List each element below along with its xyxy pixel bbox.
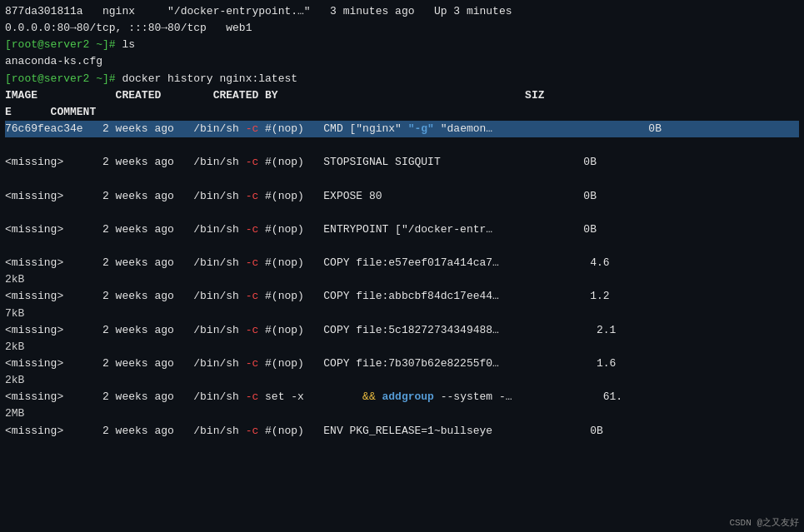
col-system: --system -… 61. bbox=[434, 390, 622, 403]
col-nop-1: #(nop) STOPSIGNAL SIGQUIT 0B bbox=[258, 156, 597, 168]
col-nop-3: #(nop) ENTRYPOINT ["/docker-entr… 0B bbox=[258, 223, 597, 236]
cmd-docker: docker history nginx:latest bbox=[122, 72, 297, 85]
col-missing-1: <missing> 2 weeks ago /bin/sh bbox=[5, 156, 246, 168]
col-missing-3: <missing> 2 weeks ago /bin/sh bbox=[5, 223, 246, 236]
line-row-copy4-size: 2kB bbox=[5, 372, 799, 389]
col-addgroup-cmd: addgroup bbox=[382, 390, 434, 403]
line-row-set: <missing> 2 weeks ago /bin/sh -c set -x … bbox=[5, 389, 799, 405]
prompt-ls: [root@server2 ~]# bbox=[5, 38, 122, 51]
col-nop-4: #(nop) COPY file:e57eef017a414ca7… 4.6 bbox=[258, 256, 609, 269]
line-row-copy4: <missing> 2 weeks ago /bin/sh -c #(nop) … bbox=[5, 355, 799, 372]
col-c-6: -c bbox=[246, 324, 259, 336]
cmd-ls: ls bbox=[122, 38, 135, 51]
line-container-info: 877da301811a nginx "/docker-entrypoint.…… bbox=[5, 3, 799, 20]
col-missing-6: <missing> 2 weeks ago /bin/sh bbox=[5, 324, 246, 336]
col-set: set -x bbox=[258, 390, 362, 403]
line-row-expose-blank bbox=[5, 205, 799, 221]
col-g-flag: "-g" bbox=[408, 122, 434, 135]
col-missing-7: <missing> 2 weeks ago /bin/sh bbox=[5, 357, 246, 370]
watermark: CSDN @之又友好 bbox=[729, 516, 799, 529]
col-nop-7: #(nop) COPY file:7b307b62e82255f0… 1.6 bbox=[258, 357, 616, 370]
line-row-expose: <missing> 2 weeks ago /bin/sh -c #(nop) … bbox=[5, 188, 799, 205]
line-row-copy2: <missing> 2 weeks ago /bin/sh -c #(nop) … bbox=[5, 288, 799, 305]
line-row-entrypoint-blank bbox=[5, 238, 799, 255]
col-missing-9: <missing> 2 weeks ago /bin/sh bbox=[5, 425, 246, 437]
line-port-mapping: 0.0.0.0:80→80/tcp, :::80→80/tcp web1 bbox=[5, 20, 799, 37]
line-ls-output: anaconda-ks.cfg bbox=[5, 53, 799, 70]
col-c-9: -c bbox=[246, 425, 259, 437]
col-nop-highlight: #(nop) bbox=[258, 122, 323, 135]
line-row-copy1-size: 2kB bbox=[5, 271, 799, 288]
col-missing-8: <missing> 2 weeks ago /bin/sh bbox=[5, 390, 246, 403]
col-nop-6: #(nop) COPY file:5c18272734349488… 2.1 bbox=[258, 324, 616, 336]
col-cmd-highlight: CMD ["nginx" bbox=[323, 122, 407, 135]
line-row-entrypoint: <missing> 2 weeks ago /bin/sh -c #(nop) … bbox=[5, 221, 799, 238]
line-row-highlight-blank bbox=[5, 137, 799, 154]
line-row-copy3: <missing> 2 weeks ago /bin/sh -c #(nop) … bbox=[5, 322, 799, 339]
col-c-3: -c bbox=[246, 223, 259, 236]
col-c-2: -c bbox=[246, 190, 259, 202]
col-c-7: -c bbox=[246, 357, 259, 370]
terminal-window: 877da301811a nginx "/docker-entrypoint.…… bbox=[0, 0, 804, 532]
col-c-5: -c bbox=[246, 290, 259, 302]
line-row-copy3-size: 2kB bbox=[5, 339, 799, 355]
col-image-highlight: 76c69feac34e 2 weeks ago /bin/sh bbox=[5, 122, 246, 135]
col-daemon: "daemon… 0B bbox=[434, 122, 662, 135]
line-row-copy2-size: 7kB bbox=[5, 306, 799, 322]
col-nop-2: #(nop) EXPOSE 80 0B bbox=[258, 190, 597, 202]
col-missing-5: <missing> 2 weeks ago /bin/sh bbox=[5, 290, 246, 302]
line-row-stopsignal: <missing> 2 weeks ago /bin/sh -c #(nop) … bbox=[5, 154, 799, 171]
col-nop-9: #(nop) ENV PKG_RELEASE=1~bullseye 0B bbox=[258, 425, 602, 437]
line-header2: E COMMENT bbox=[5, 104, 799, 121]
line-row-highlight: 76c69feac34e 2 weeks ago /bin/sh -c #(no… bbox=[5, 121, 799, 137]
line-row-set-size: 2MB bbox=[5, 405, 799, 422]
col-c-flag-highlight: -c bbox=[246, 122, 259, 135]
col-amp: && bbox=[362, 390, 376, 403]
col-missing-2: <missing> 2 weeks ago /bin/sh bbox=[5, 190, 246, 202]
line-row-copy1: <missing> 2 weeks ago /bin/sh -c #(nop) … bbox=[5, 255, 799, 271]
col-missing-4: <missing> 2 weeks ago /bin/sh bbox=[5, 256, 246, 269]
col-c-8: -c bbox=[246, 390, 259, 403]
prompt-docker: [root@server2 ~]# bbox=[5, 72, 122, 85]
line-row-stopsignal-blank bbox=[5, 171, 799, 187]
col-nop-5: #(nop) COPY file:abbcbf84dc17ee44… 1.2 bbox=[258, 290, 609, 302]
line-ls-prompt: [root@server2 ~]# ls bbox=[5, 37, 799, 53]
col-c-4: -c bbox=[246, 256, 259, 269]
col-c-1: -c bbox=[246, 156, 259, 168]
line-docker-history-prompt: [root@server2 ~]# docker history nginx:l… bbox=[5, 71, 799, 87]
line-header1: IMAGE CREATED CREATED BY SIZ bbox=[5, 87, 799, 104]
line-row-env: <missing> 2 weeks ago /bin/sh -c #(nop) … bbox=[5, 423, 799, 440]
col-addgroup bbox=[376, 390, 382, 403]
